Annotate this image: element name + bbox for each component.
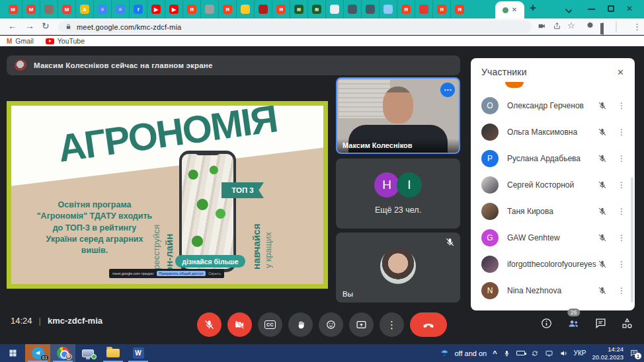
back-button[interactable]: ← <box>8 21 17 30</box>
reload-button[interactable]: ↻ <box>42 21 50 30</box>
pinned-tab[interactable]: Я <box>450 0 468 18</box>
reactions-button[interactable] <box>319 312 343 337</box>
video-tile-you[interactable]: Вы <box>336 233 460 303</box>
participant-menu-kebab-icon[interactable]: ⋮ <box>618 286 625 295</box>
participant-mic-muted-icon[interactable] <box>598 180 607 190</box>
weather-icon[interactable]: ☂ <box>441 348 449 358</box>
participant-menu-kebab-icon[interactable]: ⋮ <box>618 233 625 242</box>
weather-text[interactable]: off and on <box>454 349 487 357</box>
pinned-tab[interactable] <box>236 0 254 18</box>
participant-menu-kebab-icon[interactable]: ⋮ <box>618 260 625 269</box>
tray-mic-icon[interactable] <box>503 349 510 357</box>
share-icon[interactable] <box>553 22 561 30</box>
pinned-tab[interactable] <box>415 0 432 18</box>
start-button[interactable] <box>0 344 25 362</box>
tile-options-button[interactable]: ⋯ <box>440 83 455 97</box>
pinned-tab[interactable]: f <box>129 0 147 18</box>
participant-mic-muted-icon[interactable] <box>598 286 607 295</box>
people-button[interactable]: 26 <box>567 317 581 330</box>
window-minimize-button[interactable] <box>588 9 595 10</box>
stop-sharing-button[interactable]: Прекратить общий доступ <box>157 271 206 276</box>
address-bar[interactable]: meet.google.com/kmc-zdcf-mia <box>58 20 532 33</box>
new-tab-button[interactable]: + <box>530 2 536 13</box>
pinned-tab[interactable]: ≡ <box>111 0 129 18</box>
extensions-puzzle-icon[interactable] <box>586 22 594 30</box>
participant-mic-muted-icon[interactable] <box>598 207 607 216</box>
pinned-tab[interactable]: Я <box>397 0 415 18</box>
captions-button[interactable]: CC <box>258 312 282 337</box>
pinned-tab[interactable] <box>325 0 343 18</box>
volume-icon[interactable] <box>559 349 568 357</box>
participant-mic-muted-icon[interactable] <box>598 127 607 137</box>
pinned-tab[interactable]: ▶ <box>165 0 182 18</box>
display-icon[interactable] <box>545 349 553 357</box>
more-options-button[interactable]: ⋮ <box>380 312 404 337</box>
pinned-tab[interactable]: ≋ <box>307 0 325 18</box>
pinned-tab[interactable]: Я <box>432 0 450 18</box>
panel-close-icon[interactable]: ✕ <box>617 67 624 77</box>
participant-menu-kebab-icon[interactable]: ⋮ <box>618 207 625 216</box>
side-panel-icon[interactable] <box>602 23 604 35</box>
favicon: ≋ <box>294 5 303 14</box>
pinned-tab[interactable] <box>254 0 272 18</box>
participant-mic-muted-icon[interactable] <box>598 233 607 242</box>
pinned-tab[interactable] <box>379 0 397 18</box>
pinned-tab[interactable] <box>200 0 218 18</box>
end-call-button[interactable] <box>410 312 447 337</box>
update-icon[interactable] <box>531 349 539 357</box>
taskbar-telegram[interactable]: 63 <box>25 344 50 362</box>
participant-mic-muted-icon[interactable] <box>598 101 607 110</box>
taskbar-computer[interactable] <box>75 344 101 362</box>
hide-sharing-link[interactable]: Скрыть <box>208 272 221 275</box>
pinned-tab[interactable]: ≡ <box>93 0 111 18</box>
chat-button[interactable] <box>594 317 607 330</box>
tray-clock[interactable]: 14:24 20.02.2023 <box>592 345 624 361</box>
taskbar-word[interactable]: W <box>126 344 151 362</box>
video-tile-speaker[interactable]: Максим Колесніков ⋯ <box>336 77 460 154</box>
pinned-tab[interactable]: ≋ <box>290 0 307 18</box>
taskbar-chrome[interactable] <box>50 344 75 362</box>
pinned-tab[interactable] <box>361 0 379 18</box>
pinned-tab[interactable]: M <box>22 0 40 18</box>
participant-menu-kebab-icon[interactable]: ⋮ <box>618 127 625 137</box>
forward-button[interactable]: → <box>25 21 34 30</box>
tray-expand-icon[interactable]: ^ <box>493 349 497 357</box>
pinned-tab[interactable]: Я <box>182 0 200 18</box>
participant-menu-kebab-icon[interactable]: ⋮ <box>618 154 625 163</box>
screen-capture-indicator-icon[interactable] <box>537 22 547 30</box>
pinned-tab[interactable]: Я <box>218 0 236 18</box>
participant-menu-kebab-icon[interactable]: ⋮ <box>618 180 625 190</box>
info-button[interactable] <box>540 317 553 330</box>
tile-more-participants[interactable]: H I Ещё 23 чел. <box>336 159 460 229</box>
window-maximize-button[interactable] <box>608 5 614 12</box>
participant-mic-muted-icon[interactable] <box>598 260 607 269</box>
pinned-tab[interactable]: Я <box>272 0 290 18</box>
pinned-tab[interactable]: M <box>4 0 22 18</box>
pinned-tab[interactable]: A <box>75 0 93 18</box>
taskbar-explorer[interactable] <box>101 344 126 362</box>
bookmark-youtube[interactable]: YouTube <box>46 37 85 45</box>
camera-off-button[interactable] <box>227 312 252 337</box>
participant-mic-muted-icon[interactable] <box>598 154 607 163</box>
battery-icon[interactable] <box>516 351 525 355</box>
active-tab[interactable]: ✕ <box>495 1 524 18</box>
pinned-tab[interactable] <box>40 0 58 18</box>
raise-hand-button[interactable] <box>288 312 313 337</box>
pinned-tab[interactable]: M <box>58 0 75 18</box>
participant-menu-kebab-icon[interactable]: ⋮ <box>618 101 625 110</box>
browser-menu-kebab-icon[interactable]: ⋮ <box>633 22 641 31</box>
mic-off-button[interactable] <box>197 312 221 337</box>
present-button[interactable] <box>349 312 374 337</box>
activities-button[interactable] <box>621 317 633 330</box>
tab-close-icon[interactable]: ✕ <box>512 7 517 13</box>
language-indicator[interactable]: УКР <box>574 349 586 357</box>
tab-search-chevron-icon[interactable] <box>565 7 572 13</box>
bookmark-star-icon[interactable]: ☆ <box>567 20 575 30</box>
action-center-button[interactable]: 1 <box>629 349 639 357</box>
pinned-tab[interactable]: ▶ <box>147 0 165 18</box>
profile-avatar[interactable] <box>616 21 617 33</box>
window-close-button[interactable]: ✕ <box>626 4 633 13</box>
panel-scrollbar[interactable] <box>631 177 633 303</box>
pinned-tab[interactable] <box>343 0 361 18</box>
bookmark-gmail[interactable]: M Gmail <box>7 37 34 45</box>
